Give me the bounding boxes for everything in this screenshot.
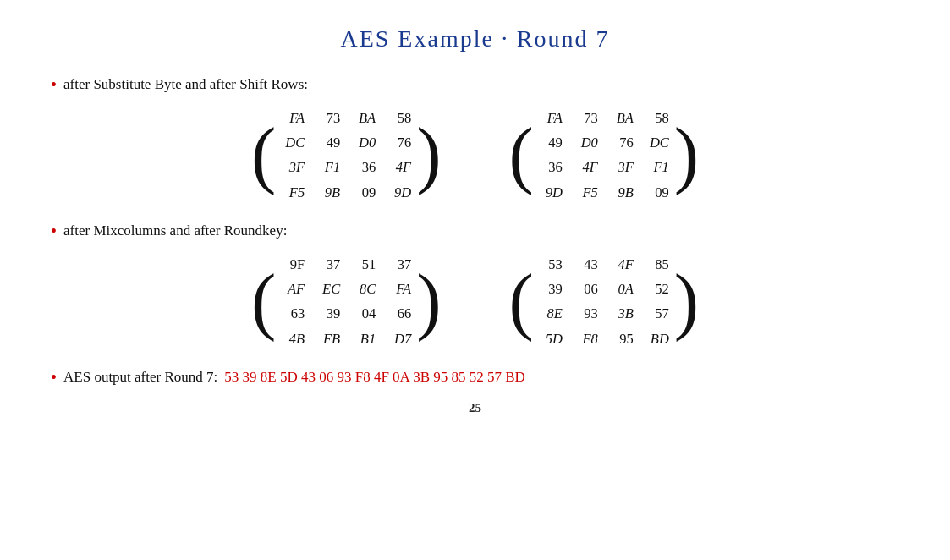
cell: 73: [316, 107, 340, 129]
cell: 3B: [610, 302, 634, 325]
cell: 52: [645, 277, 669, 300]
cell: AF: [281, 277, 305, 300]
bracket-left-4: (: [509, 264, 534, 338]
cell: DC: [281, 131, 305, 154]
cell: 58: [387, 107, 411, 129]
cell: D0: [352, 131, 376, 154]
cell: D0: [574, 131, 598, 154]
matrices-row-2: ( 9F 37 51 37 AF EC 8C FA 63 39 04 66 4B…: [51, 250, 899, 354]
cell: 53: [539, 253, 563, 276]
section-text-1: after Substitute Byte and after Shift Ro…: [63, 76, 308, 93]
cell: BA: [610, 107, 634, 129]
page-number: 25: [51, 401, 899, 415]
cell: 95: [610, 327, 634, 350]
bullet-dot-1: •: [51, 76, 57, 93]
cell: 49: [316, 131, 340, 154]
cell: 9F: [281, 253, 305, 276]
bracket-right-3: ): [416, 264, 441, 338]
cell: 63: [281, 302, 305, 325]
section-label-1: • after Substitute Byte and after Shift …: [51, 76, 899, 93]
output-prefix: AES output after Round 7:: [63, 369, 217, 386]
matrix-mix-right: ( 53 43 4F 85 39 06 0A 52 8E 93 3B 57 5D…: [509, 250, 700, 354]
cell: BA: [352, 107, 376, 129]
output-values: 53 39 8E 5D 43 06 93 F8 4F 0A 3B 95 85 5…: [224, 369, 525, 386]
cell: 9D: [539, 181, 563, 204]
cell: 8E: [539, 302, 563, 325]
cell: FA: [387, 277, 411, 300]
matrix-content-mix-right: 53 43 4F 85 39 06 0A 52 8E 93 3B 57 5D F…: [534, 250, 674, 354]
cell: FA: [539, 107, 563, 129]
cell: 57: [645, 302, 669, 325]
cell: F5: [281, 181, 305, 204]
section-text-2: after Mixcolumns and after Roundkey:: [63, 222, 287, 239]
cell: 06: [574, 277, 598, 300]
cell: DC: [645, 131, 669, 154]
cell: 4B: [281, 327, 305, 350]
cell: 09: [645, 181, 669, 204]
cell: 49: [539, 131, 563, 154]
bracket-right-1: ): [416, 118, 441, 192]
bracket-left-3: (: [251, 264, 276, 338]
cell: 37: [387, 253, 411, 276]
bracket-right-2: ): [674, 118, 699, 192]
cell: 85: [645, 253, 669, 276]
section-substitute-shift: • after Substitute Byte and after Shift …: [51, 76, 899, 207]
cell: 36: [539, 156, 563, 178]
cell: 58: [645, 107, 669, 129]
cell: 4F: [574, 156, 598, 178]
bullet-dot-2: •: [51, 222, 57, 239]
cell: 3F: [281, 156, 305, 178]
cell: 66: [387, 302, 411, 325]
matrix-mix-left: ( 9F 37 51 37 AF EC 8C FA 63 39 04 66 4B…: [251, 250, 442, 354]
cell: 39: [316, 302, 340, 325]
cell: 39: [539, 277, 563, 300]
cell: 3F: [610, 156, 634, 178]
cell: F5: [574, 181, 598, 204]
cell: FB: [316, 327, 340, 350]
bracket-right-4: ): [674, 264, 699, 338]
section-mixcolumns: • after Mixcolumns and after Roundkey: (…: [51, 222, 899, 354]
cell: 37: [316, 253, 340, 276]
matrices-row-1: ( FA 73 BA 58 DC 49 D0 76 3F F1 36 4F F5…: [51, 103, 899, 207]
bracket-left-1: (: [251, 118, 276, 192]
page-title: AES Example · Round 7: [51, 25, 899, 52]
cell: 4F: [387, 156, 411, 178]
cell: 4F: [610, 253, 634, 276]
cell: 09: [352, 181, 376, 204]
cell: FA: [281, 107, 305, 129]
cell: 04: [352, 302, 376, 325]
output-line: • AES output after Round 7: 53 39 8E 5D …: [51, 369, 899, 386]
cell: 76: [610, 131, 634, 154]
cell: 73: [574, 107, 598, 129]
matrix-content-mix-left: 9F 37 51 37 AF EC 8C FA 63 39 04 66 4B F…: [276, 250, 416, 354]
cell: 9D: [387, 181, 411, 204]
cell: 76: [387, 131, 411, 154]
matrix-sub-right: ( FA 73 BA 58 49 D0 76 DC 36 4F 3F F1 9D…: [509, 103, 700, 207]
output-bullet: •: [51, 369, 57, 386]
cell: 9B: [316, 181, 340, 204]
cell: 51: [352, 253, 376, 276]
cell: D7: [387, 327, 411, 350]
cell: EC: [316, 277, 340, 300]
cell: 8C: [352, 277, 376, 300]
cell: F1: [645, 156, 669, 178]
cell: F1: [316, 156, 340, 178]
section-label-2: • after Mixcolumns and after Roundkey:: [51, 222, 899, 239]
cell: F8: [574, 327, 598, 350]
matrix-content-sub-left: FA 73 BA 58 DC 49 D0 76 3F F1 36 4F F5 9…: [276, 103, 416, 207]
cell: 0A: [610, 277, 634, 300]
cell: B1: [352, 327, 376, 350]
cell: 9B: [610, 181, 634, 204]
matrix-sub-left: ( FA 73 BA 58 DC 49 D0 76 3F F1 36 4F F5…: [251, 103, 442, 207]
cell: BD: [645, 327, 669, 350]
cell: 5D: [539, 327, 563, 350]
cell: 36: [352, 156, 376, 178]
cell: 93: [574, 302, 598, 325]
matrix-content-sub-right: FA 73 BA 58 49 D0 76 DC 36 4F 3F F1 9D F…: [534, 103, 674, 207]
page: AES Example · Round 7 • after Substitute…: [0, 0, 950, 560]
cell: 43: [574, 253, 598, 276]
bracket-left-2: (: [509, 118, 534, 192]
